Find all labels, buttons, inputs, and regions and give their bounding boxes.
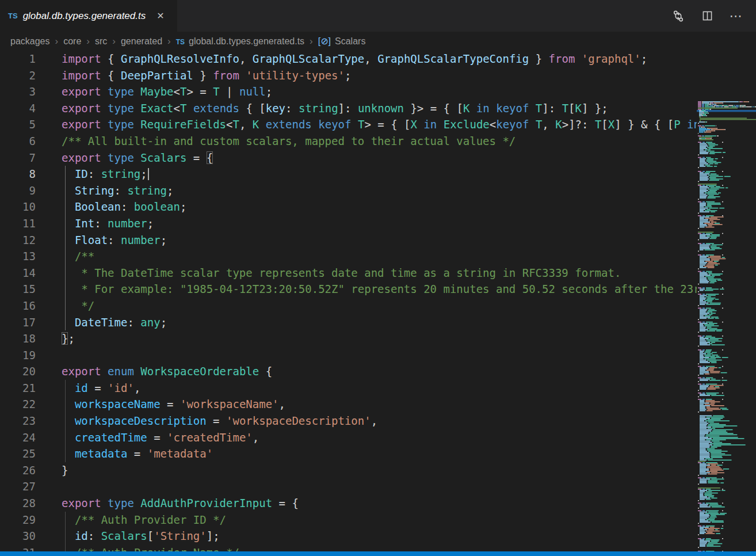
code-line[interactable]: 29 /** Auth Provider ID */ bbox=[0, 512, 697, 528]
indent-guide bbox=[65, 528, 66, 544]
breadcrumb-separator: › bbox=[112, 36, 116, 47]
line-number: 17 bbox=[0, 314, 36, 331]
code-text: String: string; bbox=[36, 182, 174, 199]
code-line[interactable]: 2import { DeepPartial } from 'utility-ty… bbox=[0, 67, 697, 84]
line-number: 18 bbox=[0, 330, 36, 347]
symbol-type-icon: [⊘] bbox=[318, 36, 331, 46]
breadcrumb-separator: › bbox=[55, 36, 59, 47]
code-text bbox=[36, 478, 62, 495]
status-bar[interactable] bbox=[0, 551, 756, 556]
code-text: Boolean: boolean; bbox=[36, 199, 186, 215]
vscode-window: TS global.db.types.generated.ts ✕ bbox=[0, 0, 756, 556]
indent-guide bbox=[65, 248, 66, 265]
breadcrumb-item-core[interactable]: core bbox=[63, 36, 81, 47]
compare-changes-button[interactable] bbox=[671, 9, 686, 24]
line-number: 28 bbox=[0, 495, 36, 512]
code-text: /** Auth Provider Name */ bbox=[36, 544, 239, 551]
tab-global-db-types-generated[interactable]: TS global.db.types.generated.ts ✕ bbox=[0, 0, 177, 32]
line-number: 29 bbox=[0, 512, 36, 528]
indent-guide bbox=[65, 265, 66, 281]
line-number: 7 bbox=[0, 150, 36, 166]
typescript-file-icon: TS bbox=[8, 12, 18, 20]
code-line[interactable]: 26} bbox=[0, 462, 697, 479]
breadcrumb-item-file[interactable]: TSglobal.db.types.generated.ts bbox=[176, 36, 304, 47]
line-number: 12 bbox=[0, 232, 36, 249]
code-text: Float: number; bbox=[36, 232, 167, 249]
code-line[interactable]: 18}; bbox=[0, 330, 697, 347]
code-line[interactable]: 22 workspaceName = 'workspaceName', bbox=[0, 396, 697, 413]
code-line[interactable]: 25 metadata = 'metadata' bbox=[0, 445, 697, 462]
code-line[interactable]: 15 * For example: "1985-04-12T23:20:50.5… bbox=[0, 281, 697, 298]
code-line[interactable]: 9 String: string; bbox=[0, 182, 697, 199]
code-line[interactable]: 31 /** Auth Provider Name */ bbox=[0, 544, 697, 551]
indent-guide bbox=[65, 215, 66, 232]
code-text: Int: number; bbox=[36, 215, 154, 232]
code-text: export type RequireFields<T, K extends k… bbox=[36, 116, 697, 133]
code-line[interactable]: 14 * The DateTime scalar type represents… bbox=[0, 265, 697, 281]
code-line[interactable]: 27 bbox=[0, 478, 697, 495]
line-number: 4 bbox=[0, 100, 36, 117]
line-number: 20 bbox=[0, 363, 36, 380]
code-line[interactable]: 13 /** bbox=[0, 248, 697, 265]
code-line[interactable]: 11 Int: number; bbox=[0, 215, 697, 232]
code-line[interactable]: 20export enum WorkspaceOrderable { bbox=[0, 363, 697, 380]
code-text: export type Scalars = { bbox=[36, 150, 213, 166]
code-line[interactable]: 4export type Exact<T extends { [key: str… bbox=[0, 100, 697, 117]
line-number: 14 bbox=[0, 265, 36, 281]
indent-guide bbox=[65, 182, 66, 199]
code-line[interactable]: 28export type AddAuthProviderInput = { bbox=[0, 495, 697, 512]
breadcrumb-item-symbol[interactable]: [⊘]Scalars bbox=[318, 36, 366, 47]
line-number: 15 bbox=[0, 281, 36, 298]
code-text: } bbox=[36, 462, 68, 479]
code-line[interactable]: 16 */ bbox=[0, 298, 697, 314]
split-editor-icon bbox=[701, 10, 713, 22]
line-number: 26 bbox=[0, 462, 36, 479]
code-line[interactable]: 7export type Scalars = { bbox=[0, 150, 697, 166]
code-line[interactable]: 21 id = 'id', bbox=[0, 380, 697, 397]
indent-guide bbox=[65, 544, 66, 551]
line-number: 11 bbox=[0, 215, 36, 232]
code-line[interactable]: 17 DateTime: any; bbox=[0, 314, 697, 331]
code-line[interactable]: 30 id: Scalars['String']; bbox=[0, 528, 697, 544]
line-number: 21 bbox=[0, 380, 36, 397]
code-line[interactable]: 6/** All built-in and custom scalars, ma… bbox=[0, 133, 697, 150]
typescript-file-icon: TS bbox=[176, 38, 185, 46]
code-text bbox=[36, 347, 62, 364]
line-number: 31 bbox=[0, 544, 36, 551]
code-text: /** All built-in and custom scalars, map… bbox=[36, 133, 516, 150]
code-text: export enum WorkspaceOrderable { bbox=[36, 363, 272, 380]
code-line[interactable]: 3export type Maybe<T> = T | null; bbox=[0, 83, 697, 100]
line-number: 8 bbox=[0, 166, 36, 182]
line-number: 23 bbox=[0, 413, 36, 429]
tab-bar: TS global.db.types.generated.ts ✕ bbox=[0, 0, 756, 32]
line-number: 5 bbox=[0, 116, 36, 133]
line-number: 10 bbox=[0, 199, 36, 215]
indent-guide bbox=[65, 314, 66, 331]
minimap[interactable] bbox=[697, 101, 756, 551]
indent-guide bbox=[65, 396, 66, 413]
tab-close-icon[interactable]: ✕ bbox=[155, 10, 166, 22]
breadcrumb-item-generated[interactable]: generated bbox=[121, 36, 162, 47]
breadcrumb-separator: › bbox=[310, 36, 313, 47]
code-line[interactable]: 24 createdTime = 'createdTime', bbox=[0, 429, 697, 446]
breadcrumb-file-name: global.db.types.generated.ts bbox=[189, 36, 304, 46]
code-line[interactable]: 12 Float: number; bbox=[0, 232, 697, 249]
indent-guide bbox=[65, 380, 66, 397]
split-editor-button[interactable] bbox=[700, 9, 715, 24]
code-text: import { DeepPartial } from 'utility-typ… bbox=[36, 67, 351, 84]
code-line[interactable]: 5export type RequireFields<T, K extends … bbox=[0, 116, 697, 133]
code-line[interactable]: 10 Boolean: boolean; bbox=[0, 199, 697, 215]
code-text: id = 'id', bbox=[36, 380, 140, 397]
indent-guide bbox=[65, 429, 66, 446]
more-actions-button[interactable]: ⋯ bbox=[728, 9, 743, 24]
code-line[interactable]: 8 ID: string; bbox=[0, 166, 697, 182]
line-number: 24 bbox=[0, 429, 36, 446]
breadcrumb-item-packages[interactable]: packages bbox=[10, 36, 50, 47]
tab-title: global.db.types.generated.ts bbox=[23, 10, 146, 22]
code-line[interactable]: 23 workspaceDescription = 'workspaceDesc… bbox=[0, 413, 697, 429]
code-line[interactable]: 19 bbox=[0, 347, 697, 364]
breadcrumb-item-src[interactable]: src bbox=[95, 36, 107, 47]
code-area[interactable]: 1import { GraphQLResolveInfo, GraphQLSca… bbox=[0, 51, 697, 551]
code-line[interactable]: 1import { GraphQLResolveInfo, GraphQLSca… bbox=[0, 51, 697, 67]
line-number: 19 bbox=[0, 347, 36, 364]
